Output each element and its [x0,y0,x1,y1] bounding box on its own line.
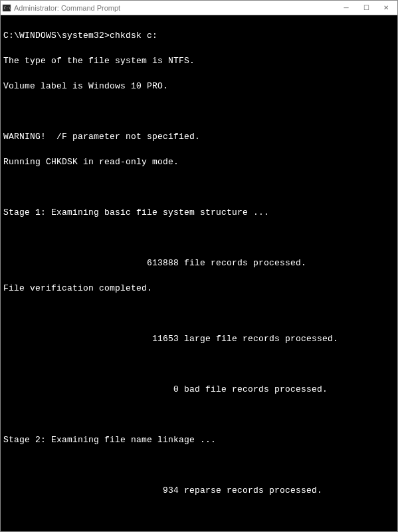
minimize-button[interactable]: ─ [336,1,356,15]
prompt-line: C:\WINDOWS\system32>chkdsk c: [3,29,395,42]
terminal-output[interactable]: C:\WINDOWS\system32>chkdsk c: The type o… [1,15,397,531]
blank [3,459,395,471]
maximize-button[interactable]: ☐ [356,1,376,15]
fs-type: The type of the file system is NTFS. [3,55,395,67]
window-controls: ─ ☐ ✕ [336,1,396,15]
stage1-done: File verification completed. [3,282,395,295]
stage1-header: Stage 1: Examining basic file system str… [3,206,395,219]
blank [3,358,395,370]
close-button[interactable]: ✕ [376,1,396,15]
blank [3,509,395,522]
stage2-reparse: 934 reparse records processed. [3,484,395,497]
svg-text:C:\: C:\ [4,5,11,10]
stage2-header: Stage 2: Examining file name linkage ... [3,434,395,446]
blank [3,408,395,421]
blank [3,231,395,244]
cmd-icon: C:\ [2,3,11,13]
window-title: Administrator: Command Prompt [14,4,336,12]
warning: WARNING! /F parameter not specified. [3,130,395,143]
readonly-mode: Running CHKDSK in read-only mode. [3,156,395,168]
command: chkdsk c: [110,31,157,41]
stage1-file-records: 613888 file records processed. [3,257,395,269]
blank [3,181,395,194]
prompt: C:\WINDOWS\system32> [3,31,110,41]
blank [3,105,395,118]
blank [3,307,395,320]
titlebar: C:\ Administrator: Command Prompt ─ ☐ ✕ [1,1,397,15]
stage1-bad-records: 0 bad file records processed. [3,383,395,396]
stage1-large-records: 11653 large file records processed. [3,332,395,345]
volume-label: Volume label is Windows 10 PRO. [3,80,395,92]
